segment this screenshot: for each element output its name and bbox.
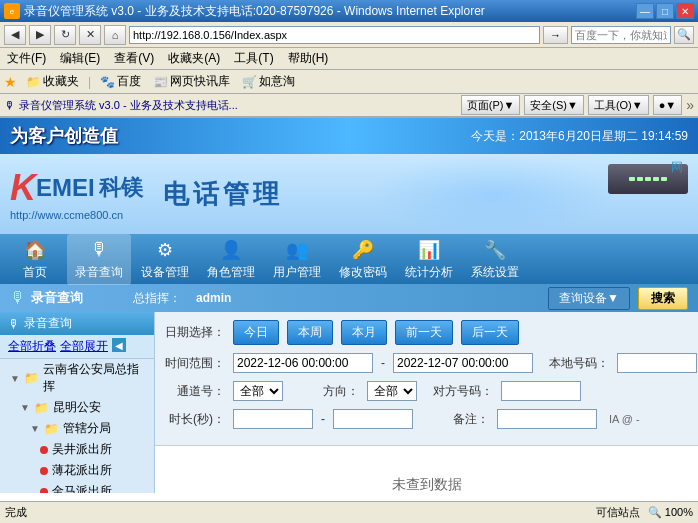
- fav-item-baidu[interactable]: 🐾 百度: [97, 72, 144, 91]
- nav-device[interactable]: ⚙ 设备管理: [133, 234, 197, 285]
- guanxia-folder-icon: 📁: [44, 422, 59, 436]
- duration-label: 时长(秒)：: [165, 411, 225, 428]
- close-button[interactable]: ✕: [676, 3, 694, 19]
- home-icon: 🏠: [23, 238, 47, 262]
- collapse-all-link[interactable]: 全部折叠: [8, 338, 56, 355]
- nav-role[interactable]: 👤 角色管理: [199, 234, 263, 285]
- sidebar-title: 录音查询: [24, 315, 72, 332]
- wujing-label: 吴井派出所: [52, 441, 112, 458]
- nav-recording-label: 录音查询: [75, 264, 123, 281]
- nav-home[interactable]: 🏠 首页: [5, 234, 65, 285]
- kunming-folder-icon: 📁: [34, 401, 49, 415]
- local-num-input[interactable]: [617, 353, 697, 373]
- tree-item-yunnan[interactable]: ▼ 📁 云南省公安局总指挥: [0, 359, 154, 397]
- search-button[interactable]: 搜索: [638, 287, 688, 310]
- tree-item-wujing[interactable]: 吴井派出所: [0, 439, 154, 460]
- fav-item-news[interactable]: 📰 网页快讯库: [150, 72, 233, 91]
- status-bar: 完成 可信站点 🔍 100%: [0, 501, 698, 523]
- nav-stats-label: 统计分析: [405, 264, 453, 281]
- tree-item-guanxia[interactable]: ▼ 📁 管辖分局: [0, 418, 154, 439]
- address-input[interactable]: [129, 26, 540, 44]
- direction-select[interactable]: 全部: [367, 381, 417, 401]
- nav-settings[interactable]: 🔧 系统设置: [463, 234, 527, 285]
- ie-more-btn[interactable]: ●▼: [653, 95, 683, 115]
- go-button[interactable]: →: [543, 26, 568, 44]
- channel-row: 通道号： 全部 方向： 全部 对方号码：: [165, 381, 688, 401]
- ie-tools-btn[interactable]: 工具(O)▼: [588, 95, 649, 115]
- nav-recording[interactable]: 🎙 录音查询: [67, 234, 131, 285]
- brand-phone-mgmt: 电话管理: [163, 177, 283, 212]
- search-input[interactable]: [571, 26, 671, 44]
- port-1: [629, 177, 635, 181]
- result-area: 未查到数据: [155, 445, 698, 493]
- time-to-input[interactable]: [393, 353, 533, 373]
- menu-file[interactable]: 文件(F): [4, 49, 49, 68]
- ie-page-btn[interactable]: 页面(P)▼: [461, 95, 521, 115]
- duration-row: 时长(秒)： - 备注： IA @ -: [165, 409, 688, 429]
- jinma-dot-icon: [40, 488, 48, 494]
- forward-button[interactable]: ▶: [29, 25, 51, 45]
- month-button[interactable]: 本月: [341, 320, 387, 345]
- fav-item-folder[interactable]: 📁 收藏夹: [23, 72, 82, 91]
- header-subtitle: 为客户创造值: [10, 124, 118, 148]
- next-day-button[interactable]: 后一天: [461, 320, 519, 345]
- yunnan-folder-icon: 📁: [24, 371, 39, 385]
- fav-item-ruyitao[interactable]: 🛒 如意淘: [239, 72, 298, 91]
- nav-stats[interactable]: 📊 统计分析: [397, 234, 461, 285]
- role-icon: 👤: [219, 238, 243, 262]
- tree-item-bohua[interactable]: 薄花派出所: [0, 460, 154, 481]
- sidebar-toggle-button[interactable]: ◀: [112, 338, 126, 352]
- menu-help[interactable]: 帮助(H): [285, 49, 332, 68]
- duration-from-input[interactable]: [233, 409, 313, 429]
- query-device-button[interactable]: 查询设备▼: [548, 287, 630, 310]
- fav-folder-label: 收藏夹: [43, 73, 79, 90]
- bohua-dot-icon: [40, 467, 48, 475]
- today-button[interactable]: 今日: [233, 320, 279, 345]
- header-bar: 为客户创造值 今天是：2013年6月20日星期二 19:14:59: [0, 118, 698, 154]
- home-button[interactable]: ⌂: [104, 25, 126, 45]
- title-bar: e 录音仪管理系统 v3.0 - 业务及技术支持电话:020-87597926 …: [0, 0, 698, 22]
- back-button[interactable]: ◀: [4, 25, 26, 45]
- ie-security-btn[interactable]: 安全(S)▼: [524, 95, 584, 115]
- fav-folder-icon: 📁: [26, 75, 41, 89]
- nav-device-label: 设备管理: [141, 264, 189, 281]
- content-header-title: 录音查询: [31, 289, 83, 307]
- menu-view[interactable]: 查看(V): [111, 49, 157, 68]
- search-button[interactable]: 🔍: [674, 26, 694, 44]
- tree-item-kunming[interactable]: ▼ 📁 昆明公安: [0, 397, 154, 418]
- password-icon: 🔑: [351, 238, 375, 262]
- menu-edit[interactable]: 编辑(E): [57, 49, 103, 68]
- nav-user[interactable]: 👥 用户管理: [265, 234, 329, 285]
- duration-to-input[interactable]: [333, 409, 413, 429]
- time-dash: -: [381, 356, 385, 370]
- brand-logo: K EMEI 科镁 http://www.ccme800.cn: [10, 167, 143, 221]
- prev-day-button[interactable]: 前一天: [395, 320, 453, 345]
- time-from-input[interactable]: [233, 353, 373, 373]
- time-row: 时间范围： - 本地号码：: [165, 353, 688, 373]
- bohua-label: 薄花派出所: [52, 462, 112, 479]
- favorites-star-icon: ★: [4, 74, 17, 90]
- menu-favorites[interactable]: 收藏夹(A): [165, 49, 223, 68]
- guanxia-label: 管辖分局: [63, 420, 111, 437]
- channel-select[interactable]: 全部: [233, 381, 283, 401]
- opposite-num-input[interactable]: [501, 381, 581, 401]
- week-button[interactable]: 本周: [287, 320, 333, 345]
- channel-label: 通道号：: [165, 383, 225, 400]
- nav-home-label: 首页: [23, 264, 47, 281]
- expand-all-link[interactable]: 全部展开: [60, 338, 108, 355]
- stop-button[interactable]: ✕: [79, 25, 101, 45]
- nav-password-label: 修改密码: [339, 264, 387, 281]
- ruyitao-icon: 🛒: [242, 75, 257, 89]
- date-select-label: 日期选择：: [165, 324, 225, 341]
- remark-input[interactable]: [497, 409, 597, 429]
- nav-settings-label: 系统设置: [471, 264, 519, 281]
- page-body: 🎙 录音查询 全部折叠 全部展开 ◀ ▼ 📁 云南省公安局总指挥 ▼ 📁 昆明公…: [0, 312, 698, 493]
- tree-item-jinma[interactable]: 金马派出所: [0, 481, 154, 493]
- refresh-button[interactable]: ↻: [54, 25, 76, 45]
- device-icon: ⚙: [153, 238, 177, 262]
- maximize-button[interactable]: □: [656, 3, 674, 19]
- nav-password[interactable]: 🔑 修改密码: [331, 234, 395, 285]
- kunming-label: 昆明公安: [53, 399, 101, 416]
- minimize-button[interactable]: —: [636, 3, 654, 19]
- menu-tools[interactable]: 工具(T): [231, 49, 276, 68]
